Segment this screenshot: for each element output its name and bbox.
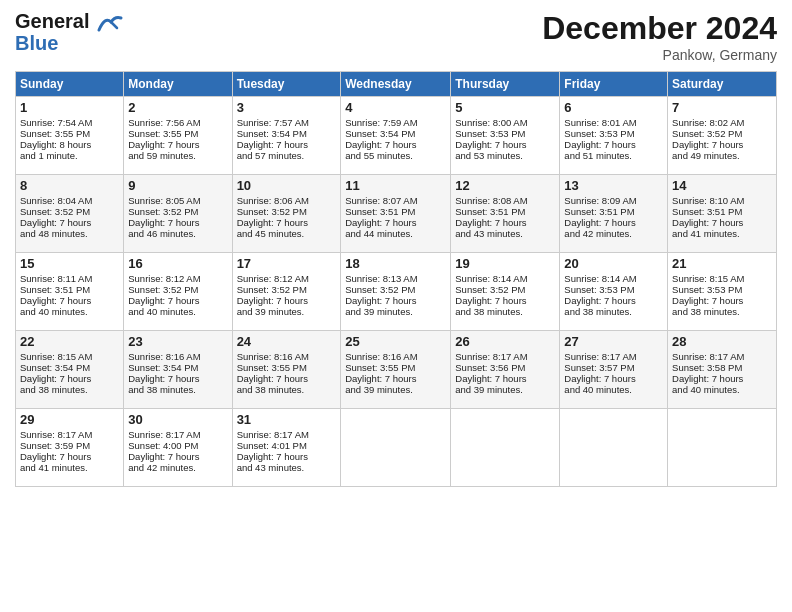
table-cell (668, 409, 777, 487)
table-cell: 9Sunrise: 8:05 AMSunset: 3:52 PMDaylight… (124, 175, 232, 253)
day-number: 14 (672, 178, 772, 193)
day-info-line: Sunset: 3:56 PM (455, 362, 555, 373)
day-info-line: and 45 minutes. (237, 228, 337, 239)
day-info-line: Sunset: 3:52 PM (128, 284, 227, 295)
col-saturday: Saturday (668, 72, 777, 97)
day-number: 26 (455, 334, 555, 349)
day-info-line: Sunrise: 8:10 AM (672, 195, 772, 206)
table-cell: 22Sunrise: 8:15 AMSunset: 3:54 PMDayligh… (16, 331, 124, 409)
day-number: 29 (20, 412, 119, 427)
table-cell: 25Sunrise: 8:16 AMSunset: 3:55 PMDayligh… (341, 331, 451, 409)
day-number: 18 (345, 256, 446, 271)
calendar-header-row: Sunday Monday Tuesday Wednesday Thursday… (16, 72, 777, 97)
day-info-line: Sunset: 4:01 PM (237, 440, 337, 451)
day-info-line: Sunset: 3:52 PM (672, 128, 772, 139)
day-info-line: Daylight: 7 hours (455, 295, 555, 306)
day-info-line: and 39 minutes. (345, 384, 446, 395)
day-info-line: and 55 minutes. (345, 150, 446, 161)
day-number: 6 (564, 100, 663, 115)
day-info-line: Sunset: 3:52 PM (128, 206, 227, 217)
day-info-line: Daylight: 7 hours (237, 139, 337, 150)
day-info-line: Sunrise: 8:08 AM (455, 195, 555, 206)
day-info-line: Sunset: 3:55 PM (237, 362, 337, 373)
day-info-line: and 59 minutes. (128, 150, 227, 161)
logo-bird-icon (97, 14, 123, 32)
calendar-week-row: 8Sunrise: 8:04 AMSunset: 3:52 PMDaylight… (16, 175, 777, 253)
table-cell: 30Sunrise: 8:17 AMSunset: 4:00 PMDayligh… (124, 409, 232, 487)
calendar-week-row: 1Sunrise: 7:54 AMSunset: 3:55 PMDaylight… (16, 97, 777, 175)
day-info-line: Sunrise: 8:00 AM (455, 117, 555, 128)
day-info-line: Daylight: 7 hours (237, 373, 337, 384)
table-cell: 31Sunrise: 8:17 AMSunset: 4:01 PMDayligh… (232, 409, 341, 487)
day-info-line: Sunset: 3:53 PM (455, 128, 555, 139)
day-info-line: Sunrise: 7:59 AM (345, 117, 446, 128)
day-info-line: and 38 minutes. (128, 384, 227, 395)
day-info-line: Sunrise: 8:14 AM (455, 273, 555, 284)
day-info-line: Sunset: 3:51 PM (455, 206, 555, 217)
day-info-line: Sunset: 3:53 PM (672, 284, 772, 295)
day-number: 30 (128, 412, 227, 427)
day-info-line: Daylight: 7 hours (237, 295, 337, 306)
table-cell: 8Sunrise: 8:04 AMSunset: 3:52 PMDaylight… (16, 175, 124, 253)
day-info-line: Daylight: 7 hours (128, 295, 227, 306)
col-wednesday: Wednesday (341, 72, 451, 97)
day-info-line: Sunset: 3:59 PM (20, 440, 119, 451)
day-info-line: and 38 minutes. (237, 384, 337, 395)
table-cell: 18Sunrise: 8:13 AMSunset: 3:52 PMDayligh… (341, 253, 451, 331)
day-number: 16 (128, 256, 227, 271)
table-cell: 28Sunrise: 8:17 AMSunset: 3:58 PMDayligh… (668, 331, 777, 409)
day-info-line: Daylight: 7 hours (345, 295, 446, 306)
day-number: 25 (345, 334, 446, 349)
day-info-line: and 41 minutes. (20, 462, 119, 473)
day-info-line: Daylight: 7 hours (672, 373, 772, 384)
day-info-line: Sunrise: 8:11 AM (20, 273, 119, 284)
day-info-line: Sunrise: 8:16 AM (128, 351, 227, 362)
day-number: 15 (20, 256, 119, 271)
day-number: 23 (128, 334, 227, 349)
day-info-line: Daylight: 7 hours (237, 217, 337, 228)
table-cell (451, 409, 560, 487)
col-tuesday: Tuesday (232, 72, 341, 97)
table-cell: 13Sunrise: 8:09 AMSunset: 3:51 PMDayligh… (560, 175, 668, 253)
day-info-line: Sunrise: 7:57 AM (237, 117, 337, 128)
day-info-line: Sunrise: 7:56 AM (128, 117, 227, 128)
day-info-line: and 49 minutes. (672, 150, 772, 161)
table-cell: 2Sunrise: 7:56 AMSunset: 3:55 PMDaylight… (124, 97, 232, 175)
table-cell: 26Sunrise: 8:17 AMSunset: 3:56 PMDayligh… (451, 331, 560, 409)
table-cell: 3Sunrise: 7:57 AMSunset: 3:54 PMDaylight… (232, 97, 341, 175)
day-number: 19 (455, 256, 555, 271)
day-info-line: Daylight: 7 hours (564, 217, 663, 228)
day-info-line: Sunset: 4:00 PM (128, 440, 227, 451)
day-info-line: Daylight: 7 hours (564, 139, 663, 150)
table-cell: 17Sunrise: 8:12 AMSunset: 3:52 PMDayligh… (232, 253, 341, 331)
day-info-line: Sunrise: 8:05 AM (128, 195, 227, 206)
day-info-line: and 42 minutes. (128, 462, 227, 473)
day-info-line: Daylight: 7 hours (672, 139, 772, 150)
day-number: 28 (672, 334, 772, 349)
day-info-line: and 40 minutes. (672, 384, 772, 395)
table-cell: 1Sunrise: 7:54 AMSunset: 3:55 PMDaylight… (16, 97, 124, 175)
day-number: 8 (20, 178, 119, 193)
day-info-line: and 39 minutes. (455, 384, 555, 395)
day-info-line: and 51 minutes. (564, 150, 663, 161)
table-cell: 14Sunrise: 8:10 AMSunset: 3:51 PMDayligh… (668, 175, 777, 253)
table-cell (560, 409, 668, 487)
day-info-line: and 43 minutes. (455, 228, 555, 239)
day-info-line: Sunrise: 8:09 AM (564, 195, 663, 206)
day-info-line: Sunrise: 8:17 AM (455, 351, 555, 362)
day-info-line: Sunset: 3:54 PM (345, 128, 446, 139)
day-number: 11 (345, 178, 446, 193)
day-info-line: Sunset: 3:55 PM (128, 128, 227, 139)
day-info-line: and 39 minutes. (345, 306, 446, 317)
day-info-line: Daylight: 7 hours (455, 373, 555, 384)
table-cell: 7Sunrise: 8:02 AMSunset: 3:52 PMDaylight… (668, 97, 777, 175)
col-monday: Monday (124, 72, 232, 97)
day-number: 21 (672, 256, 772, 271)
day-info-line: Sunset: 3:58 PM (672, 362, 772, 373)
day-info-line: Daylight: 7 hours (128, 139, 227, 150)
day-info-line: Daylight: 7 hours (564, 373, 663, 384)
day-info-line: Daylight: 7 hours (20, 217, 119, 228)
day-info-line: Sunset: 3:51 PM (20, 284, 119, 295)
day-info-line: Daylight: 7 hours (128, 373, 227, 384)
day-info-line: Sunrise: 8:13 AM (345, 273, 446, 284)
